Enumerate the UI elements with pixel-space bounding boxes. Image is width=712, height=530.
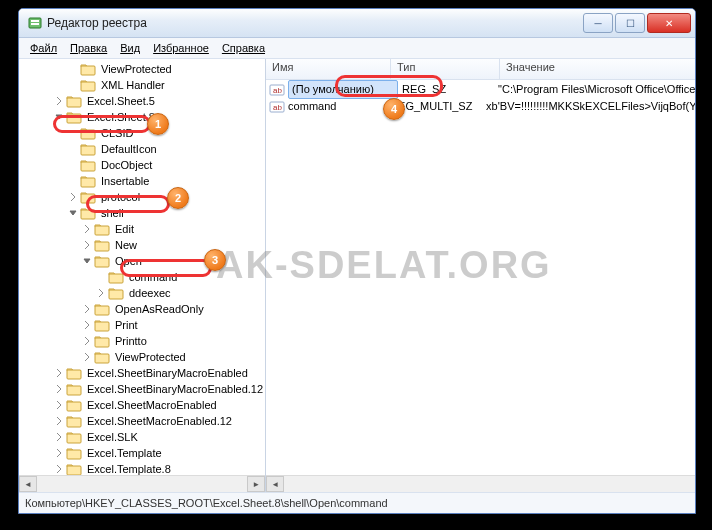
folder-icon: [66, 429, 82, 445]
close-button[interactable]: ✕: [647, 13, 691, 33]
tree-spacer: [67, 159, 79, 171]
scroll-left-icon[interactable]: ◄: [266, 476, 284, 492]
folder-icon: [108, 269, 124, 285]
column-header-row: Имя Тип Значение: [266, 59, 696, 80]
tree-node[interactable]: Excel.Sheet.5: [21, 93, 265, 109]
tree-node[interactable]: XML Handler: [21, 77, 265, 93]
folder-icon: [66, 109, 82, 125]
expand-icon[interactable]: [95, 287, 107, 299]
expand-icon[interactable]: [81, 239, 93, 251]
svg-rect-3: [81, 66, 95, 75]
tree-node[interactable]: command: [21, 269, 265, 285]
value-row[interactable]: ab command REG_MULTI_SZ xb'BV=!!!!!!!!!M…: [266, 98, 696, 115]
svg-rect-21: [95, 354, 109, 363]
expand-icon[interactable]: [67, 191, 79, 203]
scroll-left-icon[interactable]: ◄: [19, 476, 37, 492]
tree-node[interactable]: Excel.SheetBinaryMacroEnabled: [21, 365, 265, 381]
expand-icon[interactable]: [53, 463, 65, 475]
expand-icon[interactable]: [53, 415, 65, 427]
minimize-button[interactable]: ─: [583, 13, 613, 33]
tree-node[interactable]: Excel.Template.8: [21, 461, 265, 475]
tree-node[interactable]: shell: [21, 205, 265, 221]
folder-icon: [66, 381, 82, 397]
tree-horizontal-scrollbar[interactable]: ◄ ►: [19, 475, 265, 492]
folder-icon: [80, 125, 96, 141]
column-type[interactable]: Тип: [391, 59, 500, 79]
expand-icon[interactable]: [53, 447, 65, 459]
tree-spacer: [67, 127, 79, 139]
collapse-icon[interactable]: [81, 255, 93, 267]
values-horizontal-scrollbar[interactable]: ◄ ►: [266, 475, 696, 492]
expand-icon[interactable]: [53, 383, 65, 395]
folder-icon: [80, 173, 96, 189]
expand-icon[interactable]: [81, 223, 93, 235]
values-scroll[interactable]: ab (По умолчанию) REG_SZ "C:\Program Fil…: [266, 80, 696, 475]
folder-icon: [80, 205, 96, 221]
window-title: Редактор реестра: [47, 16, 583, 30]
tree-label: Excel.SheetMacroEnabled.12: [85, 413, 234, 429]
collapse-icon[interactable]: [67, 207, 79, 219]
svg-rect-28: [67, 466, 81, 475]
tree-label: Excel.SheetBinaryMacroEnabled: [85, 365, 250, 381]
tree-node[interactable]: Excel.SheetBinaryMacroEnabled.12: [21, 381, 265, 397]
tree-node[interactable]: ViewProtected: [21, 349, 265, 365]
expand-icon[interactable]: [81, 303, 93, 315]
column-name[interactable]: Имя: [266, 59, 391, 79]
expand-icon[interactable]: [53, 367, 65, 379]
value-type: REG_SZ: [402, 81, 498, 98]
menu-help[interactable]: Справка: [217, 41, 270, 55]
tree-label: command: [127, 269, 179, 285]
tree-node[interactable]: Excel.Template: [21, 445, 265, 461]
tree-spacer: [67, 79, 79, 91]
tree-node[interactable]: DocObject: [21, 157, 265, 173]
folder-icon: [80, 61, 96, 77]
expand-icon[interactable]: [81, 319, 93, 331]
tree-scroll[interactable]: ViewProtected XML Handler Excel.Sheet.5 …: [19, 59, 265, 475]
value-name: (По умолчанию): [288, 80, 398, 99]
menu-favorites[interactable]: Избранное: [148, 41, 214, 55]
folder-icon: [66, 93, 82, 109]
tree-node[interactable]: CLSID: [21, 125, 265, 141]
expand-icon[interactable]: [53, 431, 65, 443]
svg-text:ab: ab: [273, 103, 282, 112]
folder-icon: [66, 397, 82, 413]
tree-node[interactable]: Excel.SheetMacroEnabled: [21, 397, 265, 413]
tree-node[interactable]: DefaultIcon: [21, 141, 265, 157]
tree-node[interactable]: Excel.SheetMacroEnabled.12: [21, 413, 265, 429]
tree-node[interactable]: OpenAsReadOnly: [21, 301, 265, 317]
folder-icon: [94, 349, 110, 365]
tree-node[interactable]: Open: [21, 253, 265, 269]
tree-node[interactable]: Edit: [21, 221, 265, 237]
tree-node[interactable]: Printto: [21, 333, 265, 349]
value-data: "C:\Program Files\Microsoft Office\Offic…: [498, 81, 696, 98]
expand-icon[interactable]: [53, 95, 65, 107]
folder-icon: [94, 237, 110, 253]
folder-icon: [66, 445, 82, 461]
menu-file[interactable]: Файл: [25, 41, 62, 55]
app-icon: [27, 15, 43, 31]
scroll-right-icon[interactable]: ►: [247, 476, 265, 492]
tree-node[interactable]: protocol: [21, 189, 265, 205]
tree-node[interactable]: Excel.SLK: [21, 429, 265, 445]
maximize-button[interactable]: ☐: [615, 13, 645, 33]
tree-node[interactable]: Print: [21, 317, 265, 333]
expand-icon[interactable]: [81, 351, 93, 363]
menu-edit[interactable]: Правка: [65, 41, 112, 55]
tree-node[interactable]: New: [21, 237, 265, 253]
svg-rect-8: [81, 146, 95, 155]
tree-node[interactable]: Insertable: [21, 173, 265, 189]
expand-icon[interactable]: [81, 335, 93, 347]
tree-node[interactable]: ddeexec: [21, 285, 265, 301]
titlebar[interactable]: Редактор реестра ─ ☐ ✕: [19, 9, 695, 38]
collapse-icon[interactable]: [53, 111, 65, 123]
tree-node[interactable]: Excel.Sheet.8: [21, 109, 265, 125]
folder-icon: [94, 301, 110, 317]
string-value-icon: ab: [269, 82, 285, 98]
menu-view[interactable]: Вид: [115, 41, 145, 55]
svg-rect-16: [109, 274, 123, 283]
tree-node[interactable]: ViewProtected: [21, 61, 265, 77]
window-controls: ─ ☐ ✕: [583, 13, 691, 33]
expand-icon[interactable]: [53, 399, 65, 411]
column-value[interactable]: Значение: [500, 59, 696, 79]
value-row[interactable]: ab (По умолчанию) REG_SZ "C:\Program Fil…: [266, 81, 696, 98]
